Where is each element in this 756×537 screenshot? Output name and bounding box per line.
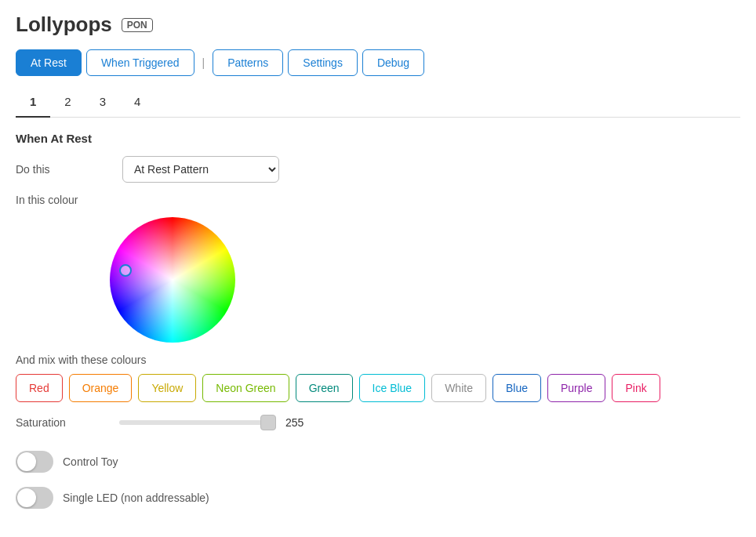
do-this-row: Do this At Rest Pattern Solid Colour Off (16, 156, 740, 183)
chip-iceblue[interactable]: Ice Blue (359, 374, 426, 402)
mix-colours-label: And mix with these colours (16, 354, 740, 366)
sub-tab-3[interactable]: 3 (85, 87, 120, 118)
color-wheel[interactable] (110, 217, 235, 343)
single-led-toggle[interactable] (16, 487, 53, 509)
chip-neongreen[interactable]: Neon Green (202, 374, 289, 402)
saturation-thumb[interactable] (260, 415, 276, 430)
color-wheel-container[interactable] (110, 217, 235, 343)
saturation-row: Saturation 255 (16, 416, 740, 429)
sub-tab-2[interactable]: 2 (50, 87, 85, 118)
color-cursor[interactable] (119, 264, 132, 277)
single-led-row: Single LED (non addressable) (16, 487, 740, 509)
tab-settings[interactable]: Settings (288, 49, 358, 76)
do-this-select[interactable]: At Rest Pattern Solid Colour Off (122, 156, 279, 183)
chip-white[interactable]: White (431, 374, 486, 402)
chip-red[interactable]: Red (16, 374, 63, 402)
control-toy-row: Control Toy (16, 451, 740, 473)
chip-purple[interactable]: Purple (547, 374, 605, 402)
do-this-label: Do this (16, 163, 110, 176)
app-header: Lollypops PON (16, 13, 740, 37)
chip-yellow[interactable]: Yellow (138, 374, 196, 402)
tab-patterns[interactable]: Patterns (213, 49, 283, 76)
control-toy-label: Control Toy (63, 455, 118, 468)
saturation-slider[interactable] (119, 420, 276, 425)
chip-orange[interactable]: Orange (69, 374, 133, 402)
saturation-label: Saturation (16, 416, 110, 429)
section-title: When At Rest (16, 132, 740, 145)
colour-label-row: In this colour (16, 194, 740, 206)
sub-tabs: 1 2 3 4 (16, 87, 740, 118)
nav-tabs: At Rest When Triggered | Patterns Settin… (16, 49, 740, 76)
chip-pink[interactable]: Pink (612, 374, 660, 402)
color-chips: Red Orange Yellow Neon Green Green Ice B… (16, 374, 740, 402)
app-container: Lollypops PON At Rest When Triggered | P… (0, 0, 756, 537)
tab-at-rest[interactable]: At Rest (16, 49, 82, 76)
in-this-colour-label: In this colour (16, 194, 110, 206)
control-toy-toggle[interactable] (16, 451, 53, 473)
tab-when-triggered[interactable]: When Triggered (86, 49, 194, 76)
when-at-rest-section: When At Rest Do this At Rest Pattern Sol… (16, 118, 740, 531)
saturation-value: 255 (285, 416, 303, 429)
nav-separator: | (199, 56, 209, 69)
single-led-toggle-knob (17, 488, 36, 507)
control-toy-toggle-knob (17, 452, 36, 471)
sub-tab-1[interactable]: 1 (16, 87, 50, 118)
app-title: Lollypops (16, 13, 112, 37)
chip-green[interactable]: Green (296, 374, 353, 402)
pon-badge: PON (122, 18, 153, 32)
tab-debug[interactable]: Debug (362, 49, 424, 76)
chip-blue[interactable]: Blue (492, 374, 541, 402)
sub-tab-4[interactable]: 4 (120, 87, 154, 118)
in-this-colour-section: In this colour (16, 194, 740, 343)
single-led-label: Single LED (non addressable) (63, 492, 209, 504)
